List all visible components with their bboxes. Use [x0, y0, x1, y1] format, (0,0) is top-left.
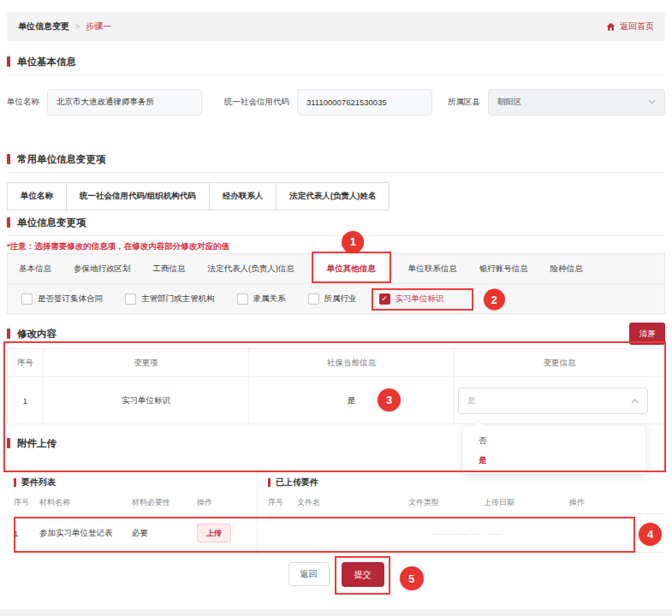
- section-marker: [268, 478, 271, 487]
- common-changes-section-header: 常用单位信息变更项: [7, 146, 665, 173]
- cell-material-name: 参加实习单位登记表: [39, 528, 132, 539]
- change-info-select-value: 是: [467, 395, 476, 406]
- common-changes-title: 常用单位信息变更项: [17, 153, 106, 166]
- change-credit-code-button[interactable]: 统一社会信用代码/组织机构代码: [66, 182, 210, 210]
- district-label: 所属区县: [448, 97, 480, 108]
- col-file-name: 文件名: [297, 497, 408, 508]
- col-index: 序号: [268, 497, 297, 508]
- checkbox-item-industry[interactable]: 所属行业: [308, 293, 357, 305]
- cell-change-info: 是: [455, 377, 665, 424]
- col-header-change-info: 变更信息: [455, 349, 665, 377]
- dropdown-option-no[interactable]: 否: [463, 430, 645, 450]
- empty-hint: —·— ——— ·—· ·——: [268, 530, 665, 536]
- tab-bank-account-info[interactable]: 银行账号信息: [479, 264, 528, 275]
- section-marker: [7, 438, 10, 448]
- checkbox-unchecked-icon[interactable]: [237, 293, 248, 305]
- chevron-down-icon: [648, 99, 656, 104]
- change-items-checkbox-row: 是否签订集体合同 主管部门或主管机构 隶属关系 所属行业 ✓ 实习单位标识 2: [8, 284, 664, 314]
- upload-button[interactable]: 上传: [197, 524, 231, 542]
- checkbox-item-collective-contract[interactable]: 是否签订集体合同: [21, 293, 103, 305]
- required-files-panel: 要件列表 序号 材料名称 材料必要性 操作 1 参加实习单位登记表 必要 上传: [7, 473, 257, 556]
- tab-unit-other-info[interactable]: 单位其他信息 1: [317, 254, 386, 283]
- modify-content-table: 序号 变更项 社保当前信息 变更信息 1 实习单位标识 是 是 3: [7, 348, 665, 424]
- clear-screen-button[interactable]: 清屏: [629, 323, 665, 345]
- cell-change-item: 实习单位标识: [44, 377, 249, 424]
- unit-info-change-page: 单位信息变更 > 步骤一 返回首页 单位基本信息 单位名称 统一社会信用代码 所…: [0, 0, 672, 616]
- col-header-index: 序号: [8, 349, 44, 377]
- basic-info-section-header: 单位基本信息: [7, 49, 665, 75]
- col-file-type: 文件类型: [408, 497, 484, 508]
- modify-content-title: 修改内容: [17, 328, 56, 341]
- breadcrumb: 单位信息变更 > 步骤一: [18, 21, 111, 33]
- breadcrumb-bar: 单位信息变更 > 步骤一 返回首页: [7, 12, 665, 41]
- required-files-header: 要件列表: [14, 473, 257, 492]
- tab-business-info[interactable]: 工商信息: [153, 264, 186, 275]
- back-button[interactable]: 返回: [288, 562, 330, 586]
- change-unit-name-button[interactable]: 单位名称: [7, 182, 67, 210]
- tab-insurance-type-info[interactable]: 险种信息: [550, 264, 583, 275]
- col-upload-date: 上传日期: [484, 497, 569, 508]
- credit-code-input[interactable]: [297, 89, 432, 116]
- col-necessity: 材料必要性: [132, 497, 197, 508]
- change-legal-rep-button[interactable]: 法定代表人(负责人)姓名: [276, 182, 390, 210]
- checkbox-checked-icon[interactable]: ✓: [379, 293, 390, 305]
- checkbox-label: 主管部门或主管机构: [141, 293, 215, 305]
- tab-legal-rep-info[interactable]: 法定代表人(负责人)信息: [208, 264, 294, 275]
- tab-insured-region[interactable]: 参保地行政区划: [74, 264, 131, 275]
- required-file-row: 1 参加实习单位登记表 必要 上传: [14, 514, 257, 553]
- uploaded-files-header: 已上传要件: [268, 473, 665, 492]
- annotation-badge-2: 2: [484, 288, 505, 310]
- required-files-title: 要件列表: [21, 477, 56, 489]
- uploaded-files-panel: 已上传要件 序号 文件名 文件类型 上传日期 操作 —·— ——— ·—· ·—…: [257, 473, 665, 556]
- submit-button[interactable]: 提交 5: [342, 562, 384, 587]
- basic-info-title: 单位基本信息: [17, 56, 76, 68]
- district-select[interactable]: 朝阳区: [488, 89, 665, 116]
- checkbox-item-supervisor-dept[interactable]: 主管部门或主管机构: [125, 293, 215, 305]
- breadcrumb-current: 步骤一: [86, 21, 111, 33]
- modify-content-title-wrap: 修改内容: [7, 328, 56, 341]
- cell-index: 1: [14, 529, 39, 538]
- table-row: 1 实习单位标识 是 是: [8, 377, 665, 424]
- required-files-column-headers: 序号 材料名称 材料必要性 操作: [14, 492, 257, 514]
- checkbox-unchecked-icon[interactable]: [21, 293, 33, 305]
- checkbox-item-affiliation[interactable]: 隶属关系: [237, 293, 286, 305]
- annotation-badge-5: 5: [400, 566, 424, 590]
- breadcrumb-separator: >: [75, 22, 80, 31]
- change-items-section-header: 单位信息变更项: [7, 210, 665, 236]
- col-material-name: 材料名称: [39, 497, 132, 508]
- return-home-label: 返回首页: [620, 21, 654, 33]
- cell-current-info: 是: [249, 377, 455, 424]
- uploaded-files-column-headers: 序号 文件名 文件类型 上传日期 操作: [268, 492, 665, 514]
- change-contact-button[interactable]: 经办联系人: [209, 182, 277, 210]
- change-items-note: *注意：选择需要修改的信息项，在修改内容部分修改对应的值: [7, 241, 229, 252]
- dropdown-option-yes[interactable]: 是: [463, 450, 645, 470]
- breadcrumb-root[interactable]: 单位信息变更: [18, 21, 69, 33]
- checkbox-item-internship-flag[interactable]: ✓ 实习单位标识 2: [379, 293, 444, 305]
- checkbox-label: 实习单位标识: [395, 293, 444, 305]
- col-header-current-info: 社保当前信息: [249, 349, 455, 377]
- cell-necessity: 必要: [132, 528, 197, 539]
- change-info-select[interactable]: 是: [458, 388, 648, 414]
- tab-basic-info[interactable]: 基本信息: [19, 264, 51, 275]
- attachments-area: 要件列表 序号 材料名称 材料必要性 操作 1 参加实习单位登记表 必要 上传 …: [7, 473, 665, 556]
- return-home-link[interactable]: 返回首页: [606, 21, 654, 33]
- uploaded-files-title: 已上传要件: [276, 477, 318, 489]
- checkbox-unchecked-icon[interactable]: [125, 293, 136, 305]
- footer-strip: [0, 609, 672, 616]
- basic-info-form-row: 单位名称 统一社会信用代码 所属区县 朝阳区: [7, 85, 665, 119]
- col-action: 操作: [197, 497, 245, 508]
- chevron-up-icon: [631, 399, 639, 404]
- section-marker: [7, 217, 10, 228]
- col-index: 序号: [14, 497, 39, 508]
- section-marker: [7, 329, 10, 339]
- unit-name-input[interactable]: [47, 89, 202, 116]
- attachments-title: 附件上传: [17, 437, 56, 450]
- section-marker: [7, 154, 10, 164]
- checkbox-unchecked-icon[interactable]: [308, 293, 319, 305]
- tab-unit-contact-info[interactable]: 单位联系信息: [408, 264, 457, 275]
- modify-content-header: 修改内容 清屏: [7, 321, 665, 346]
- change-items-title: 单位信息变更项: [17, 216, 86, 229]
- uploaded-files-empty-row: —·— ——— ·—· ·——: [268, 514, 665, 553]
- tab-unit-other-info-label: 单位其他信息: [327, 264, 376, 273]
- cell-index: 1: [8, 377, 44, 424]
